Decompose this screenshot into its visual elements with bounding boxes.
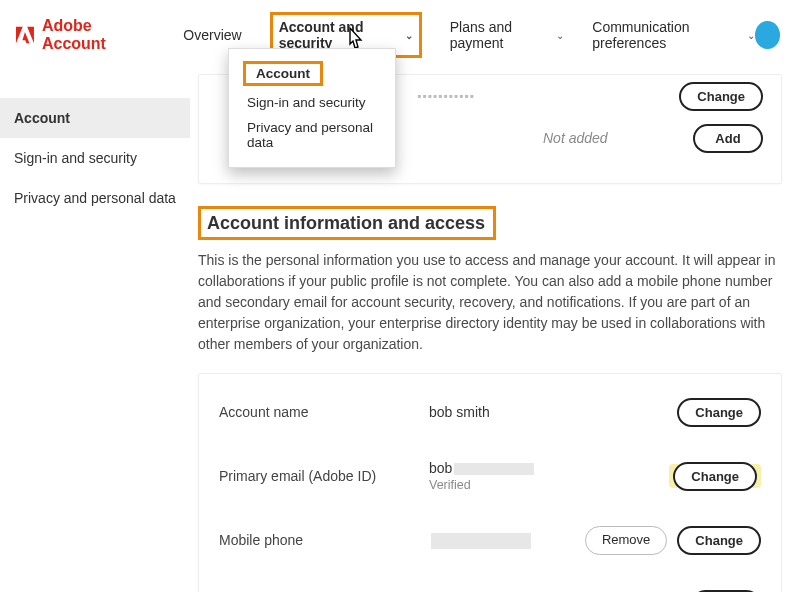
chevron-down-icon: ⌄: [747, 30, 755, 41]
not-added-text: Not added: [543, 130, 608, 146]
avatar[interactable]: [755, 21, 780, 49]
header: Adobe Account Overview Account and secur…: [0, 0, 800, 68]
masked-value: ▪▪▪▪▪▪▪▪▪▪▪: [417, 89, 475, 103]
mobile-phone-label: Mobile phone: [219, 532, 429, 548]
redacted-text: [431, 533, 531, 549]
account-security-dropdown: Account Sign-in and security Privacy and…: [228, 48, 396, 168]
row-mobile-phone: Mobile phone Remove Change: [219, 508, 761, 572]
change-button[interactable]: Change: [679, 82, 763, 111]
remove-mobile-button[interactable]: Remove: [585, 526, 667, 555]
dropdown-item-privacy-personal-data[interactable]: Privacy and personal data: [243, 115, 381, 155]
account-name-value: bob smith: [429, 404, 490, 420]
sidebar: Account Sign-in and security Privacy and…: [0, 68, 190, 592]
brand-name: Adobe Account: [42, 17, 147, 53]
chevron-down-icon: ⌄: [405, 30, 413, 41]
highlight-change-email: Change: [669, 464, 761, 488]
sidebar-item-signin-security[interactable]: Sign-in and security: [0, 138, 190, 178]
nav-plans-payment[interactable]: Plans and payment ⌄: [450, 19, 565, 51]
account-info-card: Account name bob smith Change Primary em…: [198, 373, 782, 592]
change-primary-email-button[interactable]: Change: [673, 462, 757, 491]
row-primary-email: Primary email (Adobe ID) bob Verified Ch…: [219, 444, 761, 508]
dropdown-item-account[interactable]: Account: [243, 61, 323, 86]
change-mobile-button[interactable]: Change: [677, 526, 761, 555]
nav-account-security-label: Account and security: [279, 19, 401, 51]
nav-communication-preferences[interactable]: Communication preferences ⌄: [592, 19, 754, 51]
change-account-name-button[interactable]: Change: [677, 398, 761, 427]
row-account-name: Account name bob smith Change: [219, 380, 761, 444]
section-header: Account information and access: [198, 206, 782, 240]
section-description: This is the personal information you use…: [198, 250, 778, 355]
add-button[interactable]: Add: [693, 124, 763, 153]
nav-overview[interactable]: Overview: [183, 27, 241, 43]
adobe-logo-icon: [16, 26, 34, 44]
mobile-phone-value: [429, 531, 531, 548]
dropdown-item-signin-security[interactable]: Sign-in and security: [243, 90, 381, 115]
brand[interactable]: Adobe Account: [16, 17, 147, 53]
verified-status: Verified: [429, 478, 534, 492]
row-secondary-email: Secondary email Not provided Add: [219, 572, 761, 592]
account-name-label: Account name: [219, 404, 429, 420]
section-title: Account information and access: [198, 206, 496, 240]
primary-email-value: bob: [429, 460, 534, 476]
sidebar-item-account[interactable]: Account: [0, 98, 190, 138]
chevron-down-icon: ⌄: [556, 30, 564, 41]
primary-email-label: Primary email (Adobe ID): [219, 468, 429, 484]
sidebar-item-privacy[interactable]: Privacy and personal data: [0, 178, 190, 218]
redacted-text: [454, 463, 534, 475]
